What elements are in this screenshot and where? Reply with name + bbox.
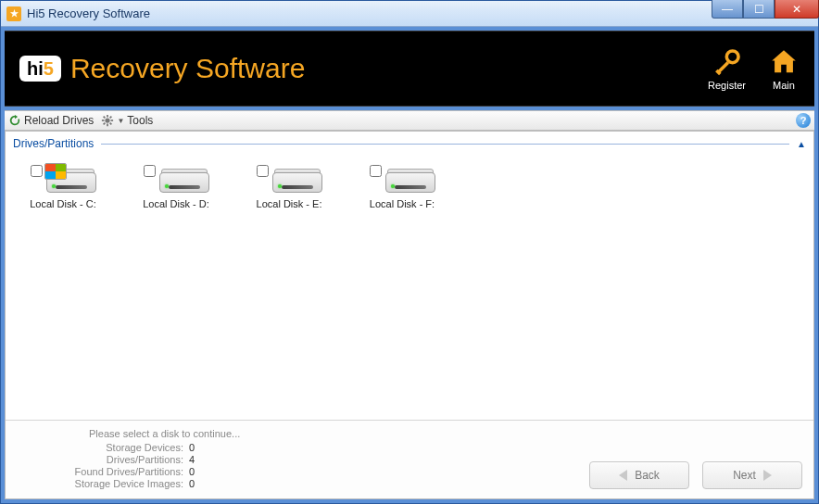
home-icon bbox=[768, 46, 800, 78]
next-button[interactable]: Next bbox=[702, 461, 802, 489]
help-button[interactable]: ? bbox=[796, 113, 811, 128]
drives-section-title: Drives/Partitions bbox=[13, 137, 94, 150]
tools-label: Tools bbox=[127, 114, 153, 127]
arrow-right-icon bbox=[763, 470, 772, 481]
drive-label: Local Disk - D: bbox=[143, 198, 209, 209]
drive-icon bbox=[46, 165, 96, 193]
stat-value: 0 bbox=[189, 478, 195, 489]
svg-point-0 bbox=[726, 51, 738, 63]
stat-value: 4 bbox=[189, 454, 195, 465]
logo: hi5 Recovery Software bbox=[19, 53, 305, 84]
drive-icon bbox=[159, 165, 209, 193]
window-controls: — ☐ ✕ bbox=[712, 0, 819, 19]
header-actions: Register Main bbox=[708, 46, 800, 91]
footer-buttons: Back Next bbox=[589, 461, 802, 489]
stat-label: Drives/Partitions: bbox=[17, 454, 183, 465]
drive-label: Local Disk - C: bbox=[30, 198, 96, 209]
drive-icon bbox=[272, 165, 322, 193]
register-button[interactable]: Register bbox=[708, 46, 746, 91]
window-title: Hi5 Recovery Software bbox=[27, 6, 150, 20]
reload-drives-button[interactable]: Reload Drives bbox=[8, 114, 94, 127]
drive-checkbox[interactable] bbox=[31, 165, 43, 177]
arrow-left-icon bbox=[619, 470, 627, 481]
windows-icon bbox=[44, 163, 67, 180]
main-label: Main bbox=[773, 80, 795, 91]
drive-checkbox[interactable] bbox=[257, 165, 269, 177]
drive-label: Local Disk - F: bbox=[370, 198, 435, 209]
app-icon: ★ bbox=[6, 6, 21, 21]
stat-found-drives: Found Drives/Partitions: 0 bbox=[17, 466, 276, 477]
stat-value: 0 bbox=[189, 442, 195, 453]
stat-device-images: Storage Device Images: 0 bbox=[17, 478, 276, 489]
svg-line-10 bbox=[104, 123, 106, 125]
next-label: Next bbox=[733, 469, 756, 482]
stat-value: 0 bbox=[189, 466, 195, 477]
footer: Please select a disk to continue... Stor… bbox=[6, 420, 813, 498]
svg-point-3 bbox=[106, 118, 110, 122]
drive-checkbox[interactable] bbox=[370, 165, 382, 177]
collapse-caret-icon[interactable]: ▲ bbox=[797, 139, 806, 149]
divider bbox=[101, 144, 789, 145]
svg-line-9 bbox=[110, 123, 112, 125]
logo-suffix: 5 bbox=[44, 58, 54, 79]
titlebar: ★ Hi5 Recovery Software — ☐ ✕ bbox=[1, 1, 818, 27]
refresh-icon bbox=[8, 114, 21, 127]
main-button[interactable]: Main bbox=[768, 46, 800, 91]
minimize-button[interactable]: — bbox=[712, 0, 743, 19]
drive-checkbox[interactable] bbox=[144, 165, 156, 177]
back-button[interactable]: Back bbox=[589, 461, 689, 489]
footer-stats: Please select a disk to continue... Stor… bbox=[17, 428, 276, 489]
stat-drives-partitions: Drives/Partitions: 4 bbox=[17, 454, 276, 465]
maximize-button[interactable]: ☐ bbox=[743, 0, 775, 19]
drive-icon bbox=[385, 165, 435, 193]
spacer bbox=[6, 220, 813, 420]
drive-item-d[interactable]: Local Disk - D: bbox=[133, 165, 219, 209]
drives-section-header[interactable]: Drives/Partitions ▲ bbox=[6, 132, 813, 154]
stat-label: Storage Device Images: bbox=[17, 478, 183, 489]
svg-line-11 bbox=[110, 117, 112, 119]
tools-menu[interactable]: ▼ Tools bbox=[101, 114, 153, 127]
main-content: Drives/Partitions ▲ Local Disk - C: bbox=[5, 131, 814, 499]
logo-badge: hi5 bbox=[19, 56, 61, 82]
svg-line-8 bbox=[104, 117, 106, 119]
close-button[interactable]: ✕ bbox=[775, 0, 819, 19]
drive-item-f[interactable]: Local Disk - F: bbox=[359, 165, 445, 209]
drive-item-c[interactable]: Local Disk - C: bbox=[20, 165, 106, 209]
drive-label: Local Disk - E: bbox=[257, 198, 322, 209]
app-header: hi5 Recovery Software Register Main bbox=[5, 31, 814, 107]
register-label: Register bbox=[708, 80, 746, 91]
app-window: ★ Hi5 Recovery Software — ☐ ✕ hi5 Recove… bbox=[0, 0, 819, 504]
key-icon bbox=[712, 46, 743, 78]
footer-hint: Please select a disk to continue... bbox=[89, 428, 276, 439]
gear-icon bbox=[101, 114, 114, 127]
stat-storage-devices: Storage Devices: 0 bbox=[17, 442, 276, 453]
drive-grid: Local Disk - C: Local Disk - D: bbox=[6, 154, 813, 220]
reload-drives-label: Reload Drives bbox=[24, 114, 94, 127]
drive-item-e[interactable]: Local Disk - E: bbox=[246, 165, 332, 209]
logo-prefix: hi bbox=[27, 58, 44, 79]
toolbar: Reload Drives ▼ Tools ? bbox=[5, 110, 814, 131]
dropdown-caret-icon: ▼ bbox=[117, 117, 124, 125]
stat-label: Found Drives/Partitions: bbox=[17, 466, 183, 477]
product-name: Recovery Software bbox=[70, 53, 305, 84]
back-label: Back bbox=[635, 469, 660, 482]
stat-label: Storage Devices: bbox=[17, 442, 183, 453]
